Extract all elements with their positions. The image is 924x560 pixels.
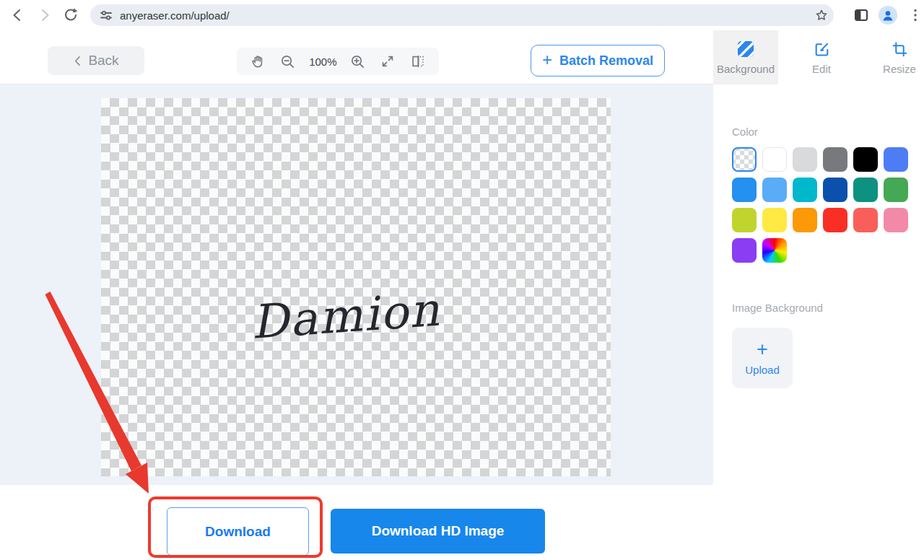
compare-before-after-icon[interactable] xyxy=(409,53,427,70)
pan-hand-icon[interactable] xyxy=(249,53,266,70)
site-settings-icon[interactable] xyxy=(100,9,113,22)
address-bar[interactable]: anyeraser.com/upload/ xyxy=(90,4,834,26)
transparent-image-preview[interactable]: Damion xyxy=(101,98,611,476)
sidebar-tabs: Background Edit Resize xyxy=(713,30,924,84)
editor-header: Back 100% xyxy=(0,30,924,84)
color-swatch-purple[interactable] xyxy=(732,238,757,263)
download-hd-image-button[interactable]: Download HD Image xyxy=(331,509,545,554)
bookmark-star-icon[interactable] xyxy=(814,7,829,23)
browser-reload-icon[interactable] xyxy=(62,6,79,24)
color-swatch-rainbow[interactable] xyxy=(762,238,787,263)
plus-icon: + xyxy=(757,340,768,359)
color-swatch-yellow[interactable] xyxy=(762,208,787,232)
zoom-in-icon[interactable] xyxy=(349,53,367,70)
color-swatch-green[interactable] xyxy=(884,178,908,202)
color-swatch-yellow-green[interactable] xyxy=(732,208,757,232)
color-swatch-pink[interactable] xyxy=(884,208,908,232)
tab-resize-label: Resize xyxy=(883,63,916,75)
color-swatch-royal-blue[interactable] xyxy=(884,147,908,172)
zoom-out-icon[interactable] xyxy=(279,53,297,70)
browser-menu-icon[interactable] xyxy=(907,6,924,24)
browser-chrome: anyeraser.com/upload/ xyxy=(0,0,924,30)
color-swatch-cyan[interactable] xyxy=(793,178,817,202)
browser-profile-avatar[interactable] xyxy=(879,6,897,25)
batch-removal-label: Batch Removal xyxy=(559,53,653,69)
fit-screen-icon[interactable] xyxy=(379,53,396,70)
color-swatch-black[interactable] xyxy=(853,147,878,172)
tab-edit[interactable]: Edit xyxy=(789,30,854,84)
tab-background-label: Background xyxy=(717,63,775,75)
image-background-section-title: Image Background xyxy=(732,302,924,314)
browser-back-icon[interactable] xyxy=(9,6,26,24)
color-swatch-orange[interactable] xyxy=(793,208,817,232)
signature-text: Damion xyxy=(249,283,442,349)
color-swatch-blue[interactable] xyxy=(732,178,757,202)
download-button[interactable]: Download xyxy=(167,507,309,556)
canvas-tool-group: 100% xyxy=(237,48,439,75)
color-swatch-teal[interactable] xyxy=(853,178,878,202)
side-panel-icon[interactable] xyxy=(853,6,870,24)
color-section-title: Color xyxy=(732,126,924,138)
upload-label: Upload xyxy=(745,364,780,376)
plus-icon: + xyxy=(542,51,552,69)
background-pattern-icon xyxy=(736,40,755,58)
tab-edit-label: Edit xyxy=(812,63,831,75)
color-swatch-red[interactable] xyxy=(823,208,847,232)
color-swatch-dark-blue[interactable] xyxy=(823,178,847,202)
back-button[interactable]: Back xyxy=(48,46,144,75)
color-swatch-light-blue[interactable] xyxy=(762,178,787,202)
editor-canvas[interactable]: Damion xyxy=(0,84,713,485)
color-swatch-gray[interactable] xyxy=(823,147,847,172)
back-button-label: Back xyxy=(88,53,118,69)
editor-header-left: Back 100% xyxy=(0,30,713,84)
color-swatch-grid xyxy=(732,147,910,263)
crop-resize-icon xyxy=(891,40,909,58)
color-swatch-white[interactable] xyxy=(762,147,787,172)
zoom-level-value: 100% xyxy=(309,56,336,68)
upload-background-button[interactable]: + Upload xyxy=(732,328,793,388)
background-panel: Color Image Background + Upload xyxy=(713,84,924,560)
url-text[interactable]: anyeraser.com/upload/ xyxy=(120,9,230,22)
browser-forward-icon[interactable] xyxy=(36,6,53,24)
color-swatch-salmon[interactable] xyxy=(853,208,878,232)
color-swatch-light-gray[interactable] xyxy=(793,147,817,172)
color-swatch-transparent[interactable] xyxy=(732,147,757,172)
tab-background[interactable]: Background xyxy=(713,30,778,84)
tab-resize[interactable]: Resize xyxy=(869,30,924,84)
batch-removal-button[interactable]: + Batch Removal xyxy=(531,45,665,76)
edit-pencil-icon xyxy=(813,40,831,58)
chevron-left-icon xyxy=(73,55,82,67)
signature-image: Damion xyxy=(243,268,465,369)
